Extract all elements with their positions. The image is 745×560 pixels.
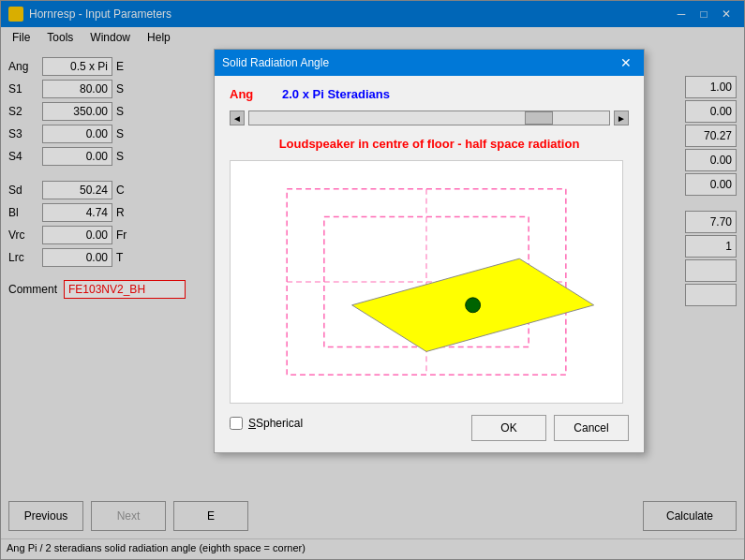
spherical-checkbox-row: SSpherical [230,417,303,430]
spherical-checkbox[interactable] [230,417,243,430]
ok-button[interactable]: OK [471,415,546,441]
dialog-ang-label: Ang [230,87,267,101]
svg-point-5 [466,298,481,313]
slider-left-arrow[interactable]: ◄ [230,111,245,125]
solid-radiation-angle-dialog: Solid Radiation Angle ✕ Ang 2.0 x Pi Ste… [214,49,645,453]
slider-thumb[interactable] [525,111,553,125]
dialog-content: Ang 2.0 x Pi Steradians ◄ ► Loudspeaker … [215,76,644,452]
dialog-title: Solid Radiation Angle [222,56,329,69]
ang-row: Ang 2.0 x Pi Steradians [230,87,629,101]
slider-right-arrow[interactable]: ► [614,111,629,125]
dialog-title-bar: Solid Radiation Angle ✕ [215,50,644,76]
spherical-label: SSpherical [248,417,303,430]
dialog-buttons: OK Cancel [471,415,629,441]
dialog-close-button[interactable]: ✕ [616,53,636,72]
dialog-bottom-row: SSpherical OK Cancel [230,415,629,441]
diagram-area [230,160,623,404]
dialog-ang-value: 2.0 x Pi Steradians [282,87,390,101]
slider-row: ◄ ► [230,111,629,125]
slider-track[interactable] [248,111,610,125]
cancel-button[interactable]: Cancel [554,415,629,441]
description-text: Loudspeaker in centre of floor - half sp… [230,137,629,151]
